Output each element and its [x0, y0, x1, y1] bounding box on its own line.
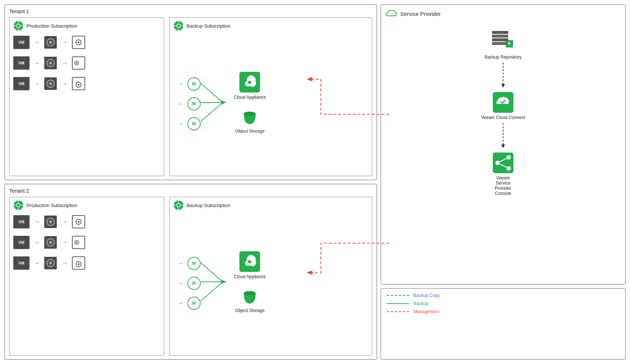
tenant2-box: Tenant 2 Production Subscription: [4, 184, 377, 360]
cloud-icon: [385, 9, 397, 18]
legend-line-green: [387, 303, 409, 304]
legend-line-red: [387, 311, 409, 312]
tenant2-cloud-appliance-label: Cloud Appliance: [234, 274, 266, 279]
tenant2-managed-rows: → M → M → M: [177, 257, 201, 310]
veeam-sp-console-item: Veeam ServiceProvider Console: [488, 152, 518, 196]
svg-point-86: [495, 161, 500, 165]
tenant1-prod-title: Production Subscription: [27, 23, 77, 29]
svg-rect-77: [492, 35, 508, 38]
svg-point-57: [49, 262, 52, 265]
svg-point-54: [76, 242, 77, 243]
backup-repository-icon: [490, 29, 516, 53]
tenant1-vm-1: VM: [13, 36, 30, 49]
legend-backup: Backup: [387, 301, 619, 306]
managed-circle-4: M: [187, 257, 201, 270]
svg-rect-78: [492, 38, 508, 41]
tenant2-label: Tenant 2: [9, 188, 372, 194]
tenant2-managed-1: → M: [177, 257, 201, 270]
svg-point-14: [49, 62, 52, 64]
arrow-2: →: [61, 39, 68, 46]
svg-marker-70: [221, 280, 226, 284]
tenant2-production-box: Production Subscription VM → →: [9, 197, 164, 356]
tenant2-vm-3: VM: [13, 256, 30, 270]
sp-header: Service Provider: [385, 9, 621, 18]
tenant2-vm-rows: VM → →: [13, 215, 160, 270]
converge-arrows-2: [201, 256, 230, 308]
veeam-sp-console-label: Veeam ServiceProvider Console: [488, 175, 518, 196]
arrow-5: →: [33, 80, 40, 87]
managed-circle-5: M: [187, 277, 201, 290]
tenant1-cloud-appliance-label: Cloud Appliance: [234, 95, 266, 100]
sp-main-box: Service Provider: [381, 4, 626, 284]
svg-point-48: [78, 221, 80, 223]
svg-rect-58: [72, 257, 85, 269]
svg-rect-76: [492, 31, 508, 34]
tenant1-managed-2: → M: [177, 97, 201, 111]
subscription-icon-3: [13, 200, 24, 210]
veeam-sp-console-icon: [492, 152, 514, 174]
tenant1-obj-storage: Object Storage: [235, 109, 264, 134]
arrow-3: →: [33, 60, 40, 66]
subscription-icon: [13, 21, 24, 31]
svg-rect-79: [492, 42, 508, 45]
legend-backup-copy: Backup Copy: [387, 293, 619, 298]
tenant1-backup-header: Backup Subscription: [173, 21, 368, 31]
managed-circle-3: M: [187, 117, 201, 130]
veeam-cloud-connect-item: Veeam Cloud Connect: [481, 91, 525, 120]
sp-content: Backup Repository: [385, 25, 621, 196]
arrow-down-1: [499, 63, 507, 88]
managed-circle-2: M: [187, 97, 201, 111]
object-storage-icon-1: [240, 109, 259, 127]
svg-marker-33: [221, 100, 226, 105]
disk-icon-5: [44, 235, 58, 249]
legend-backup-copy-label: Backup Copy: [413, 293, 440, 298]
svg-point-23: [78, 84, 80, 86]
tenant2-vm-row-3: VM → →: [13, 256, 160, 270]
arrow-4: →: [61, 60, 68, 66]
converge-arrows-1: [201, 77, 230, 128]
tenant1-box: Tenant 1 Production Sub: [4, 4, 377, 180]
svg-point-20: [49, 82, 52, 85]
svg-marker-81: [501, 84, 505, 88]
tenant1-managed-3: → M: [177, 117, 201, 130]
tenant2-vm-row-1: VM → →: [13, 215, 160, 229]
tenant2-vm-2: VM: [13, 236, 30, 249]
legend-management-label: Management: [413, 309, 439, 314]
svg-point-87: [506, 155, 511, 160]
subscription-icon-2: [173, 21, 184, 31]
arrow-m2: →: [177, 101, 184, 107]
tenants-section: Tenant 1 Production Sub: [4, 4, 377, 360]
svg-point-60: [78, 263, 80, 265]
tenant2-vm-row-2: VM → →: [13, 235, 160, 249]
svg-point-73: [244, 291, 256, 295]
tenant2-backup-title: Backup Subscription: [187, 203, 231, 208]
snapshot-icon-4: [72, 215, 86, 229]
legend-backup-label: Backup: [413, 301, 428, 306]
tenant2-cloud-appliance: Cloud Appliance: [234, 251, 266, 279]
subscription-icon-4: [173, 200, 184, 210]
backup-repository-item: Backup Repository: [485, 29, 522, 60]
svg-point-36: [244, 112, 256, 116]
svg-point-45: [49, 220, 52, 223]
tenant1-managed-1: → M: [177, 77, 201, 91]
svg-line-67: [201, 263, 223, 282]
veeam-cloud-connect-icon: [492, 91, 514, 113]
snapshot-icon-3: [72, 77, 86, 91]
backup-repository-label: Backup Repository: [485, 55, 522, 60]
tenant1-managed-rows: → M → M → M: [177, 77, 201, 130]
tenant1-label: Tenant 1: [9, 8, 372, 14]
tenant1-prod-header: Production Subscription: [13, 21, 160, 31]
svg-rect-21: [72, 77, 85, 90]
veeam-cloud-connect-label: Veeam Cloud Connect: [481, 115, 525, 120]
arrow-m1: →: [177, 81, 184, 87]
arrow-1: →: [33, 39, 40, 46]
svg-point-88: [506, 166, 511, 171]
snapshot-icon-6: [72, 256, 86, 270]
managed-circle-1: M: [187, 77, 201, 91]
tenant2-backup-box: Backup Subscription → M → M: [169, 197, 372, 356]
svg-marker-84: [501, 144, 505, 148]
tenant2-managed-3: → M: [177, 297, 201, 310]
tenant2-vm-1: VM: [13, 215, 30, 228]
disk-icon-1: [44, 35, 58, 49]
disk-icon-3: [44, 77, 58, 91]
